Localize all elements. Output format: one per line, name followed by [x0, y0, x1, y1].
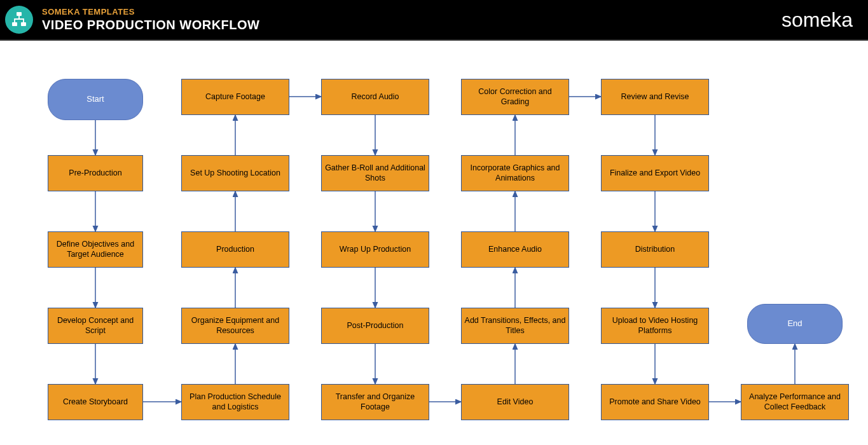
transfer-footage-node: Transfer and Organize Footage: [321, 384, 429, 420]
upload-node: Upload to Video Hosting Platforms: [601, 308, 709, 344]
node-label: Add Transitions, Effects, and Titles: [464, 316, 566, 336]
node-label: Wrap Up Production: [340, 245, 411, 255]
node-label: Define Objectives and Target Audience: [51, 240, 140, 259]
node-label: Organize Equipment and Resources: [184, 316, 286, 336]
promote-node: Promote and Share Video: [601, 384, 709, 420]
plan-schedule-node: Plan Production Schedule and Logistics: [181, 384, 289, 420]
color-correction-node: Color Correction and Grading: [461, 79, 569, 115]
node-label: Review and Revise: [621, 92, 689, 102]
node-label: Distribution: [635, 245, 675, 255]
create-storyboard-node: Create Storyboard: [48, 384, 143, 420]
node-label: Capture Footage: [205, 92, 265, 102]
svg-rect-1: [12, 22, 17, 26]
node-label: Edit Video: [497, 397, 534, 407]
define-objectives-node: Define Objectives and Target Audience: [48, 231, 143, 268]
post-production-node: Post-Production: [321, 308, 429, 344]
node-label: Transfer and Organize Footage: [324, 392, 426, 412]
header: SOMEKA TEMPLATES VIDEO PRODUCTION WORKFL…: [0, 0, 868, 39]
analyze-feedback-node: Analyze Performance and Collect Feedback: [741, 384, 849, 420]
node-label: Incorporate Graphics and Animations: [464, 163, 566, 183]
end-node: End: [747, 304, 843, 344]
pre-production-node: Pre-Production: [48, 155, 143, 191]
finalize-export-node: Finalize and Export Video: [601, 155, 709, 191]
node-label: Start: [86, 94, 104, 104]
svg-rect-2: [21, 22, 26, 26]
capture-footage-node: Capture Footage: [181, 79, 289, 115]
edit-video-node: Edit Video: [461, 384, 569, 420]
node-label: Pre-Production: [69, 168, 121, 179]
graphics-node: Incorporate Graphics and Animations: [461, 155, 569, 191]
flowchart-canvas: Start Pre-Production Define Objectives a…: [0, 41, 868, 445]
node-label: End: [787, 318, 802, 329]
brand-logo: someka: [782, 8, 853, 32]
record-audio-node: Record Audio: [321, 79, 429, 115]
transitions-node: Add Transitions, Effects, and Titles: [461, 308, 569, 344]
start-node: Start: [48, 79, 143, 120]
node-label: Finalize and Export Video: [610, 168, 700, 179]
page-title: VIDEO PRODUCTION WORKFLOW: [42, 18, 259, 32]
wrap-up-node: Wrap Up Production: [321, 231, 429, 268]
brand-label: SOMEKA TEMPLATES: [42, 7, 259, 17]
node-label: Analyze Performance and Collect Feedback: [744, 392, 846, 412]
production-node: Production: [181, 231, 289, 268]
node-label: Plan Production Schedule and Logistics: [184, 392, 286, 412]
organize-equipment-node: Organize Equipment and Resources: [181, 308, 289, 344]
node-label: Record Audio: [351, 92, 399, 102]
node-label: Post-Production: [347, 321, 404, 331]
node-label: Enhance Audio: [488, 245, 542, 255]
node-label: Gather B-Roll and Additional Shots: [324, 163, 426, 183]
node-label: Create Storyboard: [63, 397, 128, 407]
node-label: Production: [216, 245, 254, 255]
node-label: Color Correction and Grading: [464, 87, 566, 107]
broll-node: Gather B-Roll and Additional Shots: [321, 155, 429, 191]
enhance-audio-node: Enhance Audio: [461, 231, 569, 268]
node-label: Upload to Video Hosting Platforms: [604, 316, 706, 336]
svg-rect-0: [17, 12, 22, 16]
distribution-node: Distribution: [601, 231, 709, 268]
node-label: Develop Concept and Script: [51, 316, 140, 336]
header-text: SOMEKA TEMPLATES VIDEO PRODUCTION WORKFL…: [42, 7, 259, 32]
node-label: Promote and Share Video: [609, 397, 701, 407]
node-label: Set Up Shooting Location: [190, 168, 280, 179]
review-node: Review and Revise: [601, 79, 709, 115]
flowchart-icon: [5, 6, 33, 34]
setup-shooting-node: Set Up Shooting Location: [181, 155, 289, 191]
develop-concept-node: Develop Concept and Script: [48, 308, 143, 344]
